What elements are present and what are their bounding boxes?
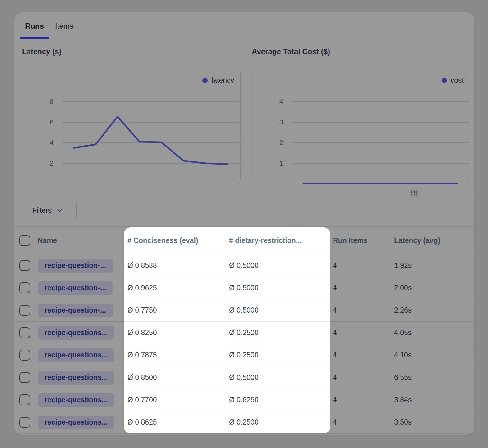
- latency-value: 4.05s: [390, 329, 474, 337]
- tab-runs[interactable]: Runs: [20, 12, 49, 40]
- resize-handle[interactable]: [410, 189, 419, 197]
- run-name-badge[interactable]: recipe-questions...: [38, 416, 114, 429]
- column-header-name[interactable]: Name: [36, 236, 123, 245]
- row-checkbox[interactable]: [19, 305, 30, 316]
- y-axis-tick: 3: [261, 118, 283, 127]
- column-header-latency-avg[interactable]: Latency (avg): [390, 236, 474, 245]
- conciseness-value: Ø 0.8588: [123, 254, 227, 277]
- y-axis-tick: 2: [261, 138, 283, 147]
- cost-chart-title: Average Total Cost ($): [252, 47, 330, 56]
- chevron-down-icon: [55, 206, 64, 215]
- latency-chart-plot: [22, 68, 241, 184]
- table-body: recipe-question-... Ø 0.8588Ø 0.500041.9…: [14, 254, 474, 434]
- dietary-value: Ø 0.5000: [227, 373, 330, 382]
- run-items-value: 4: [330, 373, 390, 382]
- tab-items-label: Items: [55, 22, 73, 30]
- latency-chart-title: Latency (s): [22, 47, 62, 56]
- row-checkbox[interactable]: [19, 394, 30, 405]
- select-all-checkbox[interactable]: [19, 235, 30, 246]
- cost-legend-dot-icon: [442, 78, 447, 83]
- row-checkbox[interactable]: [19, 327, 30, 338]
- row-checkbox[interactable]: [19, 282, 30, 293]
- run-items-value: 4: [330, 329, 390, 337]
- run-name-cell: recipe-question-...: [36, 259, 123, 273]
- y-axis-tick: 2: [32, 159, 53, 168]
- run-items-value: 4: [330, 351, 390, 359]
- latency-value: 2.26s: [390, 306, 474, 315]
- column-header-run-items[interactable]: Run Items: [330, 236, 390, 245]
- run-name-badge[interactable]: recipe-questions...: [38, 393, 114, 407]
- latency-value: 2.00s: [390, 284, 474, 292]
- row-checkbox-cell: [14, 260, 36, 271]
- row-checkbox-cell: [14, 327, 36, 338]
- conciseness-value: Ø 0.7750: [123, 299, 227, 321]
- run-items-value: 4: [330, 261, 390, 270]
- run-name-badge[interactable]: recipe-question-...: [38, 281, 113, 295]
- run-items-value: 4: [330, 418, 390, 427]
- latency-legend-dot-icon: [202, 78, 208, 83]
- y-axis-tick: 6: [32, 118, 53, 127]
- table-row[interactable]: recipe-question-... Ø 0.9625Ø 0.500042.0…: [14, 277, 474, 299]
- conciseness-value: Ø 0.8500: [123, 366, 227, 389]
- y-axis-tick: 4: [32, 138, 53, 147]
- cost-legend-label: cost: [451, 76, 464, 85]
- runs-panel-card: Runs Items Latency (s) Average Total Cos…: [14, 12, 474, 435]
- table-row[interactable]: recipe-question-... Ø 0.8588Ø 0.500041.9…: [14, 254, 474, 277]
- run-name-cell: recipe-question-...: [36, 304, 123, 317]
- header-checkbox-cell: [14, 235, 36, 246]
- table-row[interactable]: recipe-question-... Ø 0.7750Ø 0.500042.2…: [14, 299, 474, 322]
- run-name-badge[interactable]: recipe-question-...: [38, 259, 113, 273]
- conciseness-value: Ø 0.7700: [123, 389, 227, 411]
- latency-chart: latency 2468: [22, 68, 241, 184]
- run-name-badge[interactable]: recipe-questions...: [38, 348, 114, 362]
- run-name-badge[interactable]: recipe-questions...: [38, 371, 114, 385]
- run-name-cell: recipe-questions...: [36, 371, 123, 385]
- tab-items[interactable]: Items: [49, 12, 79, 40]
- page: Runs Items Latency (s) Average Total Cos…: [0, 0, 488, 448]
- dietary-value: Ø 0.2500: [227, 418, 330, 427]
- dietary-value: Ø 0.2500: [227, 351, 330, 359]
- tab-runs-label: Runs: [25, 22, 44, 30]
- run-name-cell: recipe-questions...: [36, 348, 123, 362]
- table-row[interactable]: recipe-questions... Ø 0.8250Ø 0.250044.0…: [14, 322, 474, 344]
- run-name-cell: recipe-questions...: [36, 416, 123, 429]
- tabs-bar: Runs Items: [14, 12, 474, 40]
- dietary-value: Ø 0.2500: [227, 329, 330, 337]
- filters-button-label: Filters: [32, 206, 52, 215]
- row-checkbox-cell: [14, 417, 36, 428]
- latency-chart-legend: latency: [202, 76, 234, 85]
- cost-chart-legend: cost: [442, 76, 464, 85]
- run-items-value: 4: [330, 396, 390, 404]
- row-checkbox[interactable]: [19, 372, 30, 383]
- cost-chart-plot: [252, 68, 471, 184]
- y-axis-tick: 8: [32, 97, 53, 106]
- filters-button[interactable]: Filters: [20, 201, 77, 220]
- latency-value: 3.50s: [390, 418, 474, 427]
- run-items-value: 4: [330, 284, 390, 292]
- row-checkbox-cell: [14, 282, 36, 293]
- column-header-dietary[interactable]: # dietary-restriction...: [227, 236, 330, 245]
- column-header-conciseness[interactable]: # Conciseness (eval): [123, 227, 227, 254]
- latency-legend-label: latency: [211, 76, 234, 85]
- table-row[interactable]: recipe-questions... Ø 0.7875Ø 0.250044.1…: [14, 344, 474, 366]
- table-row[interactable]: recipe-questions... Ø 0.8625Ø 0.250043.5…: [14, 411, 474, 434]
- runs-table: Name # Conciseness (eval) # dietary-rest…: [14, 226, 474, 435]
- latency-value: 1.92s: [390, 261, 474, 270]
- row-checkbox-cell: [14, 372, 36, 383]
- table-row[interactable]: recipe-questions... Ø 0.8500Ø 0.500046.5…: [14, 366, 474, 389]
- latency-value: 4.10s: [390, 351, 474, 359]
- latency-value: 6.55s: [390, 373, 474, 382]
- dietary-value: Ø 0.5000: [227, 261, 330, 270]
- row-checkbox[interactable]: [19, 260, 30, 271]
- latency-value: 3.84s: [390, 396, 474, 404]
- section-divider: [14, 193, 474, 193]
- table-row[interactable]: recipe-questions... Ø 0.7700Ø 0.625043.8…: [14, 389, 474, 411]
- row-checkbox[interactable]: [19, 350, 30, 361]
- dietary-value: Ø 0.5000: [227, 284, 330, 292]
- run-name-cell: recipe-questions...: [36, 393, 123, 407]
- cost-chart: cost 1234: [252, 68, 470, 184]
- run-name-badge[interactable]: recipe-question-...: [38, 304, 113, 317]
- row-checkbox[interactable]: [19, 417, 30, 428]
- run-name-badge[interactable]: recipe-questions...: [38, 326, 114, 340]
- run-name-cell: recipe-question-...: [36, 281, 123, 295]
